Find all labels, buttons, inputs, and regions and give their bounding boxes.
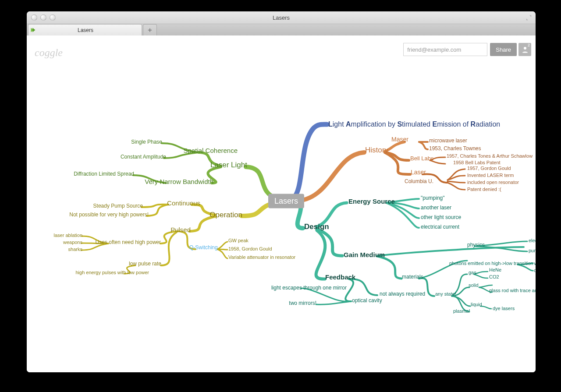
- node-continuous[interactable]: Continuous: [167, 199, 200, 207]
- node-gain[interactable]: Gain Medium: [344, 251, 385, 258]
- tab-label: Lasers: [37, 27, 142, 33]
- node-diffraction[interactable]: Diffraction Limited Spread: [74, 171, 134, 177]
- node-design[interactable]: Design: [304, 222, 329, 231]
- node-feedback-b[interactable]: optical cavity: [352, 297, 382, 304]
- node-ablation[interactable]: laser ablation: [54, 233, 82, 238]
- node-single-phase[interactable]: Single Phase: [131, 139, 162, 145]
- node-energy-d[interactable]: electrical current: [421, 224, 459, 230]
- node-glass[interactable]: glass rod with trace additives: [489, 288, 536, 293]
- node-laser-light[interactable]: Laser Light: [210, 161, 247, 170]
- new-tab-button[interactable]: +: [143, 24, 157, 35]
- node-qswitching[interactable]: Q-Switching: [189, 244, 218, 251]
- coggle-favicon-icon: [28, 25, 37, 35]
- node-townes[interactable]: 1953, Charles Townes: [429, 145, 481, 152]
- tab-lasers[interactable]: Lasers: [28, 24, 142, 35]
- node-solid[interactable]: solid: [469, 283, 479, 288]
- node-microwave-laser[interactable]: microwave laser: [429, 138, 467, 144]
- node-weapons[interactable]: weapons: [63, 240, 82, 245]
- node-constant-amp[interactable]: Constant Amplitude: [121, 154, 166, 160]
- node-laser[interactable]: Laser: [411, 169, 426, 176]
- node-resonator[interactable]: included open resonator: [467, 180, 519, 185]
- mindmap-canvas[interactable]: Lasers Light Amplification by Stimulated…: [27, 35, 536, 372]
- node-notpossible[interactable]: Not possible for very high powers!: [69, 212, 149, 218]
- window-title: Lasers: [27, 14, 536, 21]
- node-gain-physics[interactable]: physics: [467, 242, 485, 248]
- node-feedback-c[interactable]: light escapes through one mirror: [271, 285, 347, 291]
- node-lowpulse[interactable]: low pulse rate: [129, 261, 161, 267]
- node-term[interactable]: Invented LASER term: [467, 173, 514, 178]
- node-maser[interactable]: Maser: [391, 136, 408, 143]
- node-energy-a[interactable]: "pumping": [421, 195, 445, 201]
- node-phys-c[interactable]: photons emitted on high->low transition: [449, 261, 533, 266]
- node-acronym[interactable]: Light Amplification by Stimulated Emissi…: [328, 120, 500, 128]
- node-phys-a[interactable]: electrons in disc: [529, 238, 536, 243]
- node-lowpower[interactable]: high energy pulses with low power: [75, 270, 149, 275]
- node-sharks[interactable]: sharks: [68, 247, 82, 252]
- node-bell-a[interactable]: 1957, Charles Tones & Arthur Schawlow: [447, 153, 533, 159]
- node-bell-b[interactable]: 1958 Bell Labs Patent: [453, 160, 501, 165]
- node-energy[interactable]: Energy Source: [348, 198, 395, 205]
- node-liquid[interactable]: liquid: [471, 302, 482, 307]
- node-gould2[interactable]: 1958, Gordon Gould: [228, 246, 272, 251]
- node-materials[interactable]: materials: [402, 274, 423, 280]
- node-belllabs[interactable]: Bell Labs: [410, 155, 433, 162]
- node-phys-v[interactable]: v: [534, 261, 536, 266]
- mindmap-root[interactable]: Lasers: [268, 194, 304, 208]
- node-operation[interactable]: Operation: [209, 211, 242, 219]
- node-dye[interactable]: dye lasers: [493, 306, 515, 311]
- node-phys-o[interactable]: o: [534, 268, 536, 273]
- node-history[interactable]: History: [365, 146, 388, 155]
- node-steady[interactable]: Steady Pump Source: [93, 203, 143, 209]
- node-attenuator[interactable]: Variable attenuator in resonator: [228, 254, 295, 260]
- node-energy-c[interactable]: other light source: [421, 214, 461, 220]
- page-content: coggle Share 2: [27, 35, 536, 372]
- node-co2[interactable]: CO2: [489, 274, 499, 279]
- node-any-state[interactable]: any state!: [435, 291, 456, 297]
- titlebar: Lasers: [27, 11, 536, 24]
- node-bandwidth[interactable]: Very Narrow Bandwidth: [145, 178, 213, 185]
- tab-strip: Lasers +: [27, 24, 536, 36]
- node-feedback-d[interactable]: two mirrors!: [289, 300, 316, 306]
- node-hene[interactable]: HeNe: [489, 267, 501, 272]
- app-window: Lasers Lasers + coggle Share 2: [27, 11, 536, 372]
- node-feedback[interactable]: Feedback: [325, 273, 355, 281]
- node-feedback-a[interactable]: not always required: [380, 291, 425, 297]
- node-gwpeak[interactable]: GW peak: [228, 238, 249, 243]
- node-plasma[interactable]: plasma!: [453, 308, 470, 314]
- node-energy-b[interactable]: another laser: [421, 205, 451, 211]
- node-gould[interactable]: 1957, Gordon Gould: [467, 166, 511, 171]
- node-patent[interactable]: Patent denied :(: [467, 187, 501, 192]
- node-uses[interactable]: Uses often need high power: [96, 239, 161, 245]
- node-gas[interactable]: gas: [469, 270, 476, 275]
- node-pulsed[interactable]: Pulsed: [170, 226, 191, 233]
- node-phys-b[interactable]: pumping energy: [529, 248, 536, 253]
- fullscreen-icon[interactable]: [526, 15, 532, 21]
- node-columbia[interactable]: Columbia U.: [405, 178, 433, 184]
- node-spatial[interactable]: Spatial Coherence: [184, 147, 238, 154]
